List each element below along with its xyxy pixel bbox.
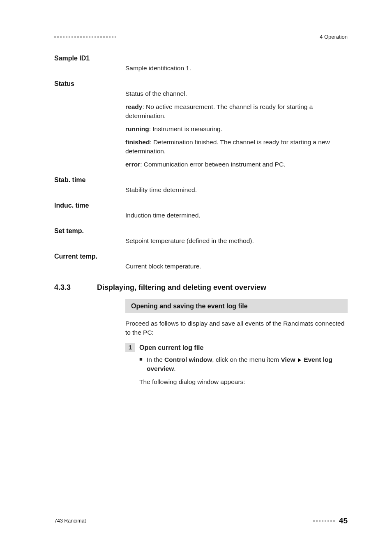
term-set-temp: Set temp. (54, 227, 125, 245)
status-error-label: error (125, 161, 140, 168)
bullet-pre: In the (147, 356, 164, 363)
step-1: 1 Open current log file (125, 343, 348, 353)
status-running-text: : Instrument is measuring. (149, 125, 222, 132)
after-step-text: The following dialog window appears: (139, 377, 348, 386)
term-status: Status (54, 80, 125, 169)
body-sample-id1: Sample identification 1. (125, 64, 348, 73)
step-number-box: 1 (125, 343, 135, 352)
term-induc-time: Induc. time (54, 202, 125, 220)
body-status-intro: Status of the channel. (125, 89, 348, 98)
body-set-temp: Setpoint temperature (defined in the met… (125, 236, 348, 245)
status-finished-label: finished (125, 139, 150, 146)
term-stab-time: Stab. time (54, 176, 125, 194)
bullet-end: . (174, 365, 175, 372)
body-status-ready: ready: No active measurement. The channe… (125, 102, 348, 120)
subheader-bar: Opening and saving the event log file (125, 299, 348, 313)
bullet-text: In the Control window, click on the menu… (147, 355, 348, 373)
section-heading: 4.3.3 Displaying, filtering and deleting… (54, 283, 348, 292)
triangle-icon (298, 358, 301, 362)
section-intro: Proceed as follows to display and save a… (125, 319, 348, 337)
footer-product: 743 Rancimat (54, 518, 86, 524)
header-dashes-left (54, 36, 116, 38)
status-finished-text: : Determination finished. The channel is… (125, 139, 330, 155)
body-current-temp: Current block temperature. (125, 262, 348, 271)
chapter-label: 4 Operation (320, 34, 348, 40)
bullet-icon: ■ (139, 355, 147, 373)
body-status-running: running: Instrument is measuring. (125, 125, 348, 134)
section-title: Displaying, filtering and deleting event… (97, 283, 348, 292)
step-title: Open current log file (139, 343, 203, 353)
term-sample-id1: Sample ID1 (54, 55, 125, 73)
body-status-finished: finished: Determination finished. The ch… (125, 138, 348, 156)
status-ready-label: ready (125, 103, 142, 110)
body-stab-time: Stability time determined. (125, 185, 348, 194)
bullet-control-window: Control window (164, 356, 212, 363)
page-header: 4 Operation (54, 34, 348, 40)
status-ready-text: : No active measurement. The channel is … (125, 103, 313, 119)
term-current-temp: Current temp. (54, 253, 125, 271)
status-running-label: running (125, 125, 149, 132)
page-footer: 743 Rancimat 45 (54, 516, 348, 525)
bullet-mid1: , click on the menu item (212, 356, 281, 363)
body-induc-time: Induction time determined. (125, 211, 348, 220)
bullet-view: View (281, 356, 295, 363)
footer-dashes-right (313, 520, 335, 522)
section-number: 4.3.3 (54, 283, 97, 292)
step-bullet: ■ In the Control window, click on the me… (139, 355, 348, 373)
page-number: 45 (339, 516, 348, 525)
status-error-text: : Communication error between instrument… (140, 161, 285, 168)
body-status-error: error: Communication error between instr… (125, 160, 348, 169)
